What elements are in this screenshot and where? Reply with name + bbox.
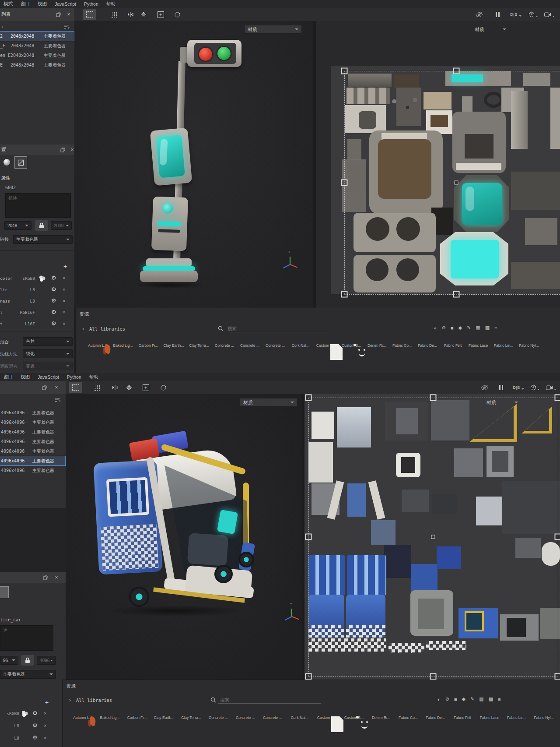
material-item[interactable]: Fabric De... bbox=[416, 342, 438, 348]
channel-format[interactable]: L16F bbox=[0, 321, 35, 326]
asset-filter-icon[interactable]: ⊘ bbox=[445, 696, 449, 702]
gear-icon[interactable]: ⚙ bbox=[51, 309, 56, 315]
remove-channel-icon[interactable]: × bbox=[44, 711, 46, 716]
selection-handle[interactable] bbox=[341, 68, 348, 74]
material-item[interactable]: Concrete ... bbox=[262, 714, 284, 720]
material-item[interactable]: Carbon Fi... bbox=[137, 342, 159, 348]
channel-format[interactable]: sRGB8 bbox=[0, 276, 35, 281]
shader-link-dropdown[interactable]: 主要着色器 bbox=[13, 235, 73, 244]
lock-icon[interactable] bbox=[35, 220, 48, 231]
menu-item[interactable]: JavaScript bbox=[38, 374, 59, 380]
menu-item[interactable]: Python bbox=[67, 374, 81, 380]
menu-item[interactable]: 模式 bbox=[4, 1, 13, 7]
material-item[interactable]: Custom S... bbox=[315, 342, 337, 348]
asset-filter-icon[interactable]: ✎ bbox=[467, 325, 471, 331]
close-icon[interactable]: × bbox=[53, 574, 60, 581]
material-item[interactable]: Custom S... bbox=[343, 714, 365, 720]
material-mode-dropdown[interactable]: 材质 bbox=[244, 25, 302, 34]
material-item[interactable]: Denim Ri... bbox=[370, 714, 392, 720]
mirror-vertical-icon[interactable] bbox=[122, 382, 136, 393]
grid-dots-icon[interactable] bbox=[90, 382, 103, 393]
selection-handle[interactable] bbox=[453, 291, 460, 298]
shading-cube-dropdown[interactable] bbox=[526, 9, 541, 20]
reset-view-icon[interactable] bbox=[171, 9, 184, 20]
texture-set-row[interactable]: 4096x4096 主要着色器 bbox=[0, 447, 65, 456]
material-mode-dropdown-2d[interactable]: 材质 bbox=[486, 398, 518, 407]
reset-view-icon[interactable] bbox=[157, 382, 170, 393]
search-input[interactable] bbox=[226, 325, 328, 332]
selection-handle[interactable] bbox=[305, 395, 312, 401]
material-item[interactable]: Clay Earth... bbox=[163, 342, 185, 348]
remove-channel-icon[interactable]: × bbox=[44, 735, 46, 740]
material-item[interactable]: Fabric Lace bbox=[467, 342, 489, 348]
selection-handle[interactable] bbox=[555, 395, 560, 401]
gear-icon[interactable]: ⚙ bbox=[51, 286, 56, 292]
material-item[interactable]: Autumn L... bbox=[72, 714, 94, 720]
channel-format[interactable]: L8 bbox=[0, 299, 35, 303]
add-frame-icon[interactable]: + bbox=[154, 9, 167, 20]
material-mode-dropdown[interactable]: 材质 bbox=[240, 398, 298, 407]
texture-set-row[interactable]: 4096x4096 主要着色器 bbox=[0, 418, 65, 427]
tab-texture-set[interactable] bbox=[14, 156, 27, 169]
asset-filter-icon[interactable]: ▩ bbox=[485, 325, 490, 331]
material-item[interactable]: Cork Nat... bbox=[290, 342, 312, 348]
menu-item[interactable]: 窗口 bbox=[4, 374, 13, 380]
asset-filter-icon[interactable]: ◐ bbox=[438, 697, 441, 702]
menu-item[interactable]: JavaScript bbox=[55, 1, 76, 7]
material-item[interactable]: Fabric Felt bbox=[452, 714, 473, 720]
gear-icon[interactable]: ⚙ bbox=[32, 722, 38, 729]
asset-filter-icon[interactable]: ◆ bbox=[462, 696, 466, 702]
material-item[interactable]: Fabric Lace bbox=[479, 714, 500, 720]
material-item[interactable]: Fabric Nyl... bbox=[533, 714, 555, 720]
menu-item[interactable]: 视图 bbox=[38, 1, 47, 7]
mixing-dropdown[interactable]: 替换 bbox=[23, 362, 73, 370]
asset-filter-icon[interactable]: ■ bbox=[454, 697, 457, 702]
asset-filter-icon[interactable]: ◆ bbox=[458, 325, 462, 331]
marquee-select-icon[interactable] bbox=[69, 382, 82, 393]
eye-slash-icon[interactable] bbox=[478, 382, 491, 393]
expand-chevron-icon[interactable]: › bbox=[2, 24, 4, 29]
assets-breadcrumb[interactable]: All libraries bbox=[89, 326, 125, 331]
pause-icon[interactable] bbox=[494, 382, 508, 393]
menu-item[interactable]: 帮助 bbox=[106, 1, 116, 7]
material-item[interactable]: Fabric De... bbox=[424, 714, 446, 720]
material-item[interactable]: Clay Terra... bbox=[188, 342, 210, 348]
texture-set-row[interactable]: 2 2048x2048 主要着色器 bbox=[0, 32, 74, 41]
asset-filter-icon[interactable]: ≡ bbox=[498, 697, 500, 702]
asset-filter-icon[interactable]: ▦ bbox=[479, 696, 483, 702]
channel-format[interactable]: L8 bbox=[0, 736, 19, 740]
chevron-right-icon[interactable]: › bbox=[69, 697, 71, 703]
float-panel-icon[interactable] bbox=[60, 147, 66, 153]
asset-filter-icon[interactable]: ≡ bbox=[494, 325, 497, 331]
description-input[interactable] bbox=[5, 193, 71, 218]
texture-set-row[interactable]: 4096x4096 主要着色器 bbox=[0, 456, 65, 465]
texture-set-row[interactable]: 4096x4096 主要着色器 bbox=[0, 466, 65, 475]
material-item[interactable]: Clay Earth... bbox=[153, 714, 175, 720]
material-mode-dropdown-2d[interactable]: 材质 bbox=[475, 25, 506, 34]
selection-handle[interactable] bbox=[341, 291, 348, 298]
description-input[interactable] bbox=[0, 625, 53, 651]
eye-slash-icon[interactable] bbox=[472, 9, 486, 20]
render-mode-dropdown[interactable]: D|B bbox=[510, 382, 527, 393]
material-item[interactable]: Concrete ... bbox=[207, 714, 229, 720]
float-panel-icon[interactable] bbox=[41, 384, 47, 391]
add-channel-button[interactable]: + bbox=[60, 262, 70, 271]
remove-channel-icon[interactable]: × bbox=[44, 723, 46, 728]
mirror-horizontal-icon[interactable] bbox=[124, 9, 137, 20]
selection-handle[interactable] bbox=[453, 68, 460, 74]
mirror-vertical-icon[interactable] bbox=[137, 9, 150, 20]
camera-dropdown[interactable] bbox=[543, 382, 559, 393]
material-item[interactable]: Baked Lig... bbox=[99, 714, 121, 720]
selection-handle[interactable] bbox=[305, 534, 312, 540]
menu-item[interactable]: 帮助 bbox=[89, 374, 98, 380]
selection-handle[interactable] bbox=[305, 673, 312, 680]
pause-icon[interactable] bbox=[491, 9, 504, 20]
camera-dropdown[interactable] bbox=[542, 9, 557, 20]
material-item[interactable]: Fabric Co... bbox=[397, 714, 419, 720]
material-item[interactable]: Baked Lig... bbox=[112, 342, 134, 348]
material-item[interactable]: Concrete ... bbox=[214, 342, 235, 348]
palette-icon[interactable] bbox=[38, 275, 46, 282]
material-item[interactable]: Fabric Felt bbox=[442, 342, 464, 348]
lock-icon[interactable] bbox=[21, 655, 34, 666]
asset-filter-icon[interactable]: ▦ bbox=[476, 325, 480, 331]
